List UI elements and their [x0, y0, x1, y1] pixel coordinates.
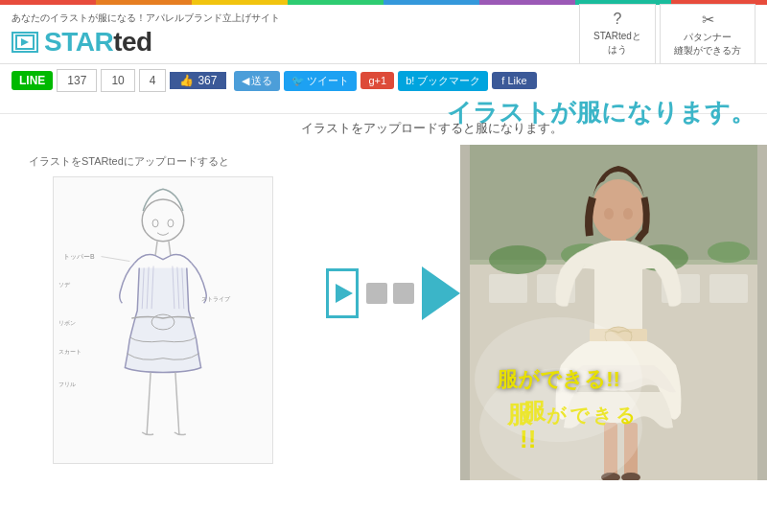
like-count-value: 367	[198, 74, 217, 87]
gplus-label: g+1	[368, 75, 386, 86]
tweet-label: ツイート	[307, 74, 349, 88]
play-icon	[336, 284, 353, 303]
svg-rect-29	[709, 274, 748, 303]
dot-2	[393, 283, 414, 304]
header-nav: ? STARtedとはう ✂ パタンナー縫製ができる方	[579, 4, 755, 64]
sketch-label: イラストをSTARtedにアップロードすると	[29, 154, 229, 169]
svg-point-3	[152, 220, 158, 227]
svg-line-8	[147, 373, 151, 434]
color-bar-orange	[96, 0, 192, 5]
sketch-area: イラストをSTARtedにアップロードすると	[0, 145, 326, 480]
color-bar-green	[288, 0, 384, 5]
send-label: 送る	[251, 74, 272, 88]
sketch-image: トッパーB ソデ リボン ストライプ スカート フリル	[53, 176, 273, 464]
svg-point-33	[708, 242, 750, 263]
logo-area: あなたのイラストが服になる！アパレルブランド立上げサイト STARted	[12, 12, 280, 58]
nav-pattern-label: パタンナー縫製ができる方	[674, 31, 741, 58]
svg-marker-1	[21, 38, 29, 46]
logo-star: STAR	[44, 27, 113, 57]
svg-text:スカート: スカート	[58, 349, 81, 355]
big-arrow	[422, 266, 460, 320]
nav-about[interactable]: ? STARtedとはう	[579, 4, 656, 64]
svg-line-6	[169, 242, 171, 256]
color-bar-red	[0, 0, 96, 5]
svg-text:ソデ: ソデ	[58, 282, 71, 288]
process-arrows	[326, 106, 460, 480]
thumbs-up-icon: 👍	[179, 74, 194, 87]
color-bar-blue	[384, 0, 479, 5]
like-count: 👍 367	[170, 72, 226, 89]
svg-text:フリル: フリル	[58, 382, 76, 387]
bookmark-button[interactable]: b! ブックマーク	[398, 71, 488, 91]
svg-point-34	[592, 179, 645, 241]
line-count-3: 4	[139, 69, 167, 92]
bookmark-label: b! ブックマーク	[406, 74, 480, 88]
line-count-2: 10	[101, 69, 134, 92]
svg-text:リボン: リボン	[58, 320, 76, 326]
svg-point-35	[604, 208, 614, 220]
twitter-icon: 🐦	[291, 75, 305, 87]
nav-about-label: STARtedとはう	[593, 30, 641, 57]
color-bar-yellow	[192, 0, 288, 5]
fb-icon: f	[501, 75, 504, 86]
nav-pattern[interactable]: ✂ パタンナー縫製ができる方	[660, 4, 755, 64]
tweet-button[interactable]: 🐦 ツイート	[284, 71, 357, 91]
svg-point-36	[623, 208, 633, 220]
svg-text:トッパーB: トッパーB	[63, 253, 95, 260]
main-content: イラストをSTARtedにアップロードすると	[0, 145, 767, 480]
play-button[interactable]	[326, 268, 359, 318]
fb-like-label: Like	[507, 75, 526, 86]
fb-like-button[interactable]: f Like	[492, 72, 536, 89]
svg-line-9	[175, 373, 179, 434]
scissors-icon: ✂	[702, 11, 714, 29]
process-dots	[366, 283, 414, 304]
dot-1	[366, 283, 387, 304]
svg-text:ストライプ: ストライプ	[201, 295, 231, 302]
question-icon: ?	[614, 11, 622, 28]
photo-overlay: 服ができる!!	[475, 317, 642, 442]
send-arrow-icon: ◀	[242, 75, 249, 87]
logo-text: STARted	[44, 27, 152, 58]
logo-icon-box	[12, 32, 38, 53]
svg-point-4	[168, 220, 174, 227]
overlay-text: 服ができる!!	[497, 365, 620, 394]
svg-point-30	[489, 245, 546, 274]
svg-rect-26	[489, 274, 527, 303]
logo-tagline: あなたのイラストが服になる！アパレルブランド立上げサイト	[12, 12, 280, 25]
header: あなたのイラストが服になる！アパレルブランド立上げサイト STARted ? S…	[0, 5, 767, 64]
svg-line-11	[102, 257, 130, 262]
gplus-button[interactable]: g+1	[360, 72, 394, 89]
svg-line-5	[155, 242, 157, 256]
line-count-1: 137	[57, 69, 97, 92]
line-button[interactable]: LINE	[12, 71, 53, 90]
person-photo: 服 服 が で き る !!	[460, 145, 767, 480]
photo-area: 服 服 が で き る !! 服ができる!!	[460, 145, 767, 480]
send-button[interactable]: ◀ 送る	[234, 71, 280, 91]
logo-title: STARted	[12, 27, 280, 58]
color-bar-purple	[479, 0, 575, 5]
